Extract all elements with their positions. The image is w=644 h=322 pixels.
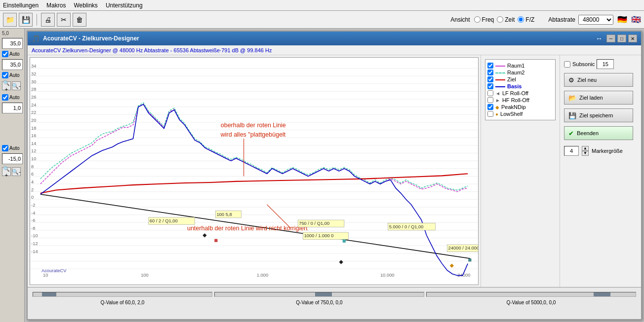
radio-fz-label[interactable]: F/Z xyxy=(518,16,534,23)
left-auto-4[interactable]: Auto xyxy=(2,145,22,151)
zoom-out-1[interactable]: 🔍- xyxy=(12,81,21,90)
svg-text:18: 18 xyxy=(31,126,36,131)
svg-text:5.000 / 0 / Q1,00: 5.000 / 0 / Q1,00 xyxy=(389,224,424,229)
toolbar-cut[interactable]: ✂ xyxy=(57,13,71,27)
left-input-3[interactable] xyxy=(2,103,23,113)
menu-unterstuetzung[interactable]: Unterstützung xyxy=(106,2,143,9)
radio-group-view: Freq Zeit F/Z xyxy=(474,16,535,23)
legend-label-hf-rolloff: HF Roll-Off xyxy=(502,97,529,103)
abtastrate-select[interactable]: 44100 48000 88200 96000 192000 xyxy=(578,15,613,25)
left-auto-3[interactable]: Auto xyxy=(2,94,22,101)
svg-text:30: 30 xyxy=(31,79,36,84)
legend-label-raum1: Raum1 xyxy=(507,63,524,69)
markergroesse-input[interactable] xyxy=(564,146,579,156)
subsonic-checkbox[interactable] xyxy=(564,61,570,68)
left-input-2[interactable] xyxy=(2,59,23,70)
scrollbar-track-3[interactable] xyxy=(426,292,636,297)
svg-text:32: 32 xyxy=(31,72,36,76)
zoom-in-1[interactable]: 🔍+ xyxy=(2,81,11,90)
legend-diamond-peak: ◆ xyxy=(495,105,499,110)
left-auto-checkbox-4[interactable] xyxy=(2,145,8,151)
scroll-labels: Q-Value of 60,0, 2,0 Q-Value of 750,0, 0… xyxy=(32,300,637,305)
titlebar-controls: ↔ ─ □ ✕ xyxy=(596,35,637,42)
scrollbar-track-1[interactable] xyxy=(33,292,212,297)
legend-check-lf-rolloff[interactable] xyxy=(487,90,493,96)
subsonic-input[interactable] xyxy=(597,59,614,69)
right-controls: Raum1 Raum2 Ziel xyxy=(481,55,560,287)
svg-text:-2: -2 xyxy=(31,203,35,208)
ziel-laden-icon: 📂 xyxy=(568,94,576,102)
legend-basis: Basis xyxy=(487,83,553,89)
chart-container: 34 32 30 28 26 24 22 20 18 16 14 12 10 8 xyxy=(30,57,479,285)
toolbar-save[interactable]: 💾 xyxy=(19,13,33,27)
left-input-4[interactable] xyxy=(2,153,23,164)
menu-makros[interactable]: Makros xyxy=(46,2,66,9)
svg-text:4: 4 xyxy=(31,179,34,184)
radio-fz[interactable] xyxy=(518,16,524,23)
svg-text:-12: -12 xyxy=(31,241,38,246)
markergroesse-up[interactable]: ▲ xyxy=(582,146,589,151)
legend-check-hf-rolloff[interactable] xyxy=(487,97,493,103)
ziel-speichern-button[interactable]: 💾 Ziel speichern xyxy=(564,108,633,122)
scrollbar-thumb-1[interactable] xyxy=(42,292,56,296)
left-auto-checkbox-2[interactable] xyxy=(2,72,8,78)
zoom-row-2: 🔍+ 🔍- xyxy=(2,167,22,176)
left-auto-2[interactable]: Auto xyxy=(2,72,22,78)
left-auto-label-2: Auto xyxy=(9,72,20,78)
legend-check-peakndip[interactable] xyxy=(487,104,493,110)
left-input-1[interactable]: 35,0 xyxy=(2,38,23,49)
close-button[interactable]: ✕ xyxy=(628,35,637,42)
chart-and-controls: 34 32 30 28 26 24 22 20 18 16 14 12 10 8 xyxy=(28,55,641,287)
legend-check-lowshelf[interactable] xyxy=(487,111,493,117)
scrollbar-track-2[interactable] xyxy=(214,292,424,297)
toolbar: 📁 💾 🖨 ✂ 🗑 Ansicht Freq Zeit F/Z Abtastra… xyxy=(0,11,644,29)
radio-zeit-label[interactable]: Zeit xyxy=(497,16,515,23)
toolbar-delete[interactable]: 🗑 xyxy=(73,13,86,27)
svg-text:10.000: 10.000 xyxy=(380,273,395,278)
legend-check-ziel[interactable] xyxy=(487,76,493,82)
left-auto-checkbox-3[interactable] xyxy=(2,94,8,101)
designer-info-bar: AcourateCV Zielkurven-Designer @ 48000 H… xyxy=(28,45,641,55)
legend-triangle-hf: ► xyxy=(495,98,500,103)
left-auto-checkbox-1[interactable] xyxy=(2,51,8,57)
radio-freq-label[interactable]: Freq xyxy=(474,16,494,23)
svg-text:20: 20 xyxy=(31,118,36,123)
markergroesse-down[interactable]: ▼ xyxy=(582,151,589,156)
svg-rect-0 xyxy=(30,61,478,282)
beenden-label: Beenden xyxy=(577,130,599,136)
left-auto-1[interactable]: Auto xyxy=(2,51,22,57)
expand-icon[interactable]: ↔ xyxy=(596,35,603,42)
info-bar-text: AcourateCV Zielkurven-Designer @ 48000 H… xyxy=(32,47,272,53)
scrollbar-thumb-3[interactable] xyxy=(594,292,610,296)
radio-freq[interactable] xyxy=(474,16,481,23)
menu-einstellungen[interactable]: Einstellungen xyxy=(3,2,39,9)
beenden-button[interactable]: ✔ Beenden xyxy=(564,126,633,140)
radio-zeit[interactable] xyxy=(497,16,503,23)
minimize-button[interactable]: ─ xyxy=(606,35,615,42)
abtastrate-label: Abtastrate xyxy=(548,16,575,23)
legend-ziel: Ziel xyxy=(487,76,553,82)
svg-text:wird alles "plattgebügelt: wird alles "plattgebügelt xyxy=(220,131,286,138)
menu-weblinks[interactable]: Weblinks xyxy=(74,2,97,9)
legend-check-raum2[interactable] xyxy=(487,70,493,75)
toolbar-separator xyxy=(37,14,37,26)
legend-triangle-lf: ◄ xyxy=(495,91,500,96)
maximize-button[interactable]: □ xyxy=(617,35,626,42)
flag-de: 🇩🇪 xyxy=(617,15,627,24)
zoom-in-2[interactable]: 🔍+ xyxy=(2,167,11,176)
ziel-neu-button[interactable]: ⚙ Ziel neu xyxy=(564,73,633,87)
svg-text:24: 24 xyxy=(31,103,36,107)
svg-rect-74 xyxy=(343,240,346,243)
toolbar-print[interactable]: 🖨 xyxy=(41,13,55,27)
ziel-neu-icon: ⚙ xyxy=(568,76,574,84)
svg-rect-80 xyxy=(468,258,471,261)
legend-box: Raum1 Raum2 Ziel xyxy=(485,59,556,120)
legend-check-basis[interactable] xyxy=(487,83,493,89)
legend-check-raum1[interactable] xyxy=(487,63,493,69)
zoom-out-2[interactable]: 🔍- xyxy=(12,167,21,176)
ziel-laden-button[interactable]: 📂 Ziel laden xyxy=(564,91,633,105)
scrollbar-thumb-2[interactable] xyxy=(315,292,332,296)
main-area: 5,0 35,0 Auto Auto 🔍+ 🔍- Auto Auto 🔍+ 🔍- xyxy=(0,29,644,322)
svg-text:100: 100 xyxy=(141,273,149,278)
toolbar-open[interactable]: 📁 xyxy=(3,13,17,27)
